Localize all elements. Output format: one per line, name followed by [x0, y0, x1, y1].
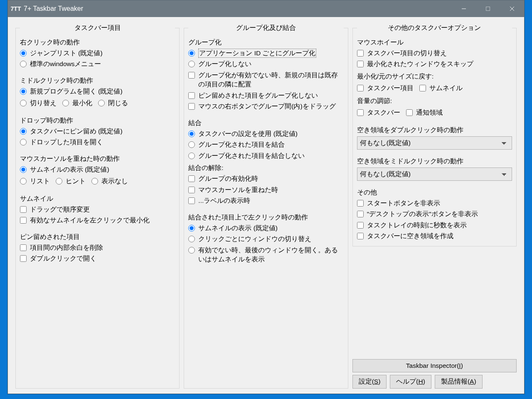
radio-hover-list[interactable]: リスト	[20, 177, 50, 186]
col2-heading: グループ化及び結合	[234, 24, 298, 31]
column-grouping: グループ化及び結合 グループ化 アプリケーション ID ごとにグループ化 グルー…	[184, 24, 348, 389]
maximize-icon	[485, 6, 490, 11]
radio-rightclick-winmenu[interactable]: 標準のwindowsメニュー	[20, 59, 175, 69]
radio-hover-hint[interactable]: ヒント	[56, 177, 86, 186]
chk-decombine-label[interactable]: ...ラベルの表示時	[188, 196, 343, 205]
svg-rect-1	[486, 7, 490, 11]
group-other-options: その他のタスクバーオプション マウスホイール タスクバー項目の切り替え 最小化さ…	[352, 24, 517, 246]
chk-pinned-dblclick[interactable]: ダブルクリックで開く	[20, 254, 175, 263]
radio-rightclick-jumplist[interactable]: ジャンプリスト (既定値)	[20, 49, 175, 58]
label-volume: 音量の調節:	[357, 97, 512, 106]
radio-lc-cycle[interactable]: クリックごとにウィンドウの切り替え	[188, 234, 343, 244]
app-icon: 7TT	[11, 4, 20, 13]
col1-heading: タスクバー項目	[72, 24, 123, 31]
chk-hide-showdesktop[interactable]: "デスクトップの表示"ボタンを非表示	[357, 209, 512, 219]
chk-group-pinned-nogroup[interactable]: ピン留めされた項目をグループ化しない	[188, 91, 343, 100]
radio-combine-never[interactable]: グループ化された項目を結合しない	[188, 151, 343, 160]
chk-min-thumbnail[interactable]: サムネイル	[419, 84, 463, 93]
chk-pinned-removegap[interactable]: 項目間の内部余白を削除	[20, 243, 175, 252]
window-title: 7+ Taskbar Tweaker	[24, 5, 83, 12]
label-pinned: ピン留めされた項目	[20, 233, 175, 241]
radio-group-by-appid[interactable]: アプリケーション ID ごとにグループ化	[188, 49, 343, 58]
radio-lc-thumb[interactable]: サムネイルの表示 (既定値)	[188, 224, 343, 233]
radio-hover-thumb[interactable]: サムネイルの表示 (既定値)	[20, 165, 175, 174]
content-area: タスクバー項目 右クリック時の動作 ジャンプリスト (既定値) 標準のwindo…	[8, 17, 524, 394]
label-decombine: 結合の解除:	[188, 164, 343, 172]
chk-min-taskbaritem[interactable]: タスクバー項目	[357, 84, 414, 93]
label-empty-midclick: 空き領域をミドルクリック時の動作	[357, 157, 512, 166]
chk-decombine-activate[interactable]: グループの有効化時	[188, 174, 343, 183]
group-grouping: グループ化及び結合 グループ化 アプリケーション ID ごとにグループ化 グルー…	[184, 24, 348, 389]
chk-hide-start[interactable]: スタートボタンを非表示	[357, 199, 512, 208]
minimize-icon	[461, 6, 466, 11]
radio-drop-pin[interactable]: タスクバーにピン留め (既定値)	[20, 127, 175, 136]
label-middle-click: ミドルクリック時の動作	[20, 76, 175, 85]
label-leftclick-combined: 結合された項目上で左クリック時の動作	[188, 213, 343, 222]
minimize-button[interactable]	[452, 0, 476, 17]
label-combine: 結合	[188, 119, 343, 128]
chk-group-place-adjacent[interactable]: グループ化が有効でない時、新規の項目は既存の項目の隣に配置	[188, 71, 343, 89]
chk-group-rightdrag[interactable]: マウスの右ボタンでグループ間(内)をドラッグ	[188, 102, 343, 111]
chk-thumb-leftclick-min[interactable]: 有効なサムネイルを左クリックで最小化	[20, 216, 175, 225]
label-other: その他	[357, 188, 512, 197]
maximize-button[interactable]	[476, 0, 500, 17]
radio-midclick-min[interactable]: 最小化	[62, 99, 92, 108]
chk-reserve-space[interactable]: タスクバーに空き領域を作成	[357, 232, 512, 241]
titlebar[interactable]: 7TT 7+ Taskbar Tweaker	[8, 0, 524, 17]
label-right-click: 右クリック時の動作	[20, 38, 175, 47]
chk-vol-taskbar[interactable]: タスクバー	[357, 108, 400, 117]
button-area: Taskbar Inspector(I) 設定(S) ヘルプ(H) 製品情報(A…	[352, 357, 517, 389]
radio-hover-none[interactable]: 表示なし	[91, 177, 128, 186]
col3-heading: その他のタスクバーオプション	[385, 24, 483, 31]
settings-button[interactable]: 設定(S)	[352, 375, 387, 389]
about-button[interactable]: 製品情報(A)	[435, 375, 483, 389]
label-grouping: グループ化	[188, 38, 343, 47]
label-min-restore: 最小化/元のサイズに戻す:	[357, 72, 512, 81]
close-button[interactable]	[500, 0, 524, 17]
radio-combine-grouped[interactable]: グループ化された項目を結合	[188, 140, 343, 149]
radio-midclick-close[interactable]: 閉じる	[98, 99, 128, 108]
chk-vol-tray[interactable]: 通知領域	[406, 108, 443, 117]
chk-wheel-cycle[interactable]: タスクバー項目の切り替え	[357, 49, 512, 58]
radio-lc-lastwindow[interactable]: 有効でない時、最後のウィンドウを開く。あるいはサムネイルを表示	[188, 246, 343, 264]
label-thumbnail: サムネイル	[20, 195, 175, 203]
group-taskbar-items: タスクバー項目 右クリック時の動作 ジャンプリスト (既定値) 標準のwindo…	[15, 24, 180, 389]
column-other-options: その他のタスクバーオプション マウスホイール タスクバー項目の切り替え 最小化さ…	[352, 24, 517, 389]
app-window: 7TT 7+ Taskbar Tweaker タスクバー項目 右クリック時の動作…	[7, 0, 525, 394]
label-wheel: マウスホイール	[357, 38, 512, 47]
chk-tray-seconds[interactable]: タスクトレイの時刻に秒数を表示	[357, 221, 512, 230]
label-empty-dblclick: 空き領域をダブルクリック時の動作	[357, 126, 512, 135]
taskbar-inspector-button[interactable]: Taskbar Inspector(I)	[352, 359, 517, 372]
radio-combine-default[interactable]: タスクバーの設定を使用 (既定値)	[188, 129, 343, 138]
chk-decombine-hover[interactable]: マウスカーソルを重ねた時	[188, 185, 343, 195]
column-taskbar-items: タスクバー項目 右クリック時の動作 ジャンプリスト (既定値) 標準のwindo…	[15, 24, 180, 389]
combo-empty-midclick[interactable]: 何もなし(既定値)	[357, 167, 512, 181]
label-drop: ドロップ時の動作	[20, 116, 175, 125]
radio-drop-open[interactable]: ドロップした項目を開く	[20, 138, 175, 147]
help-button[interactable]: ヘルプ(H)	[390, 375, 431, 389]
close-icon	[510, 6, 515, 11]
chk-wheel-skipmin[interactable]: 最小化されたウィンドウをスキップ	[357, 59, 512, 69]
chk-thumb-dragreorder[interactable]: ドラッグで順序変更	[20, 205, 175, 214]
label-hover: マウスカーソルを重ねた時の動作	[20, 155, 175, 163]
radio-midclick-new[interactable]: 新規プログラムを開く (既定値)	[20, 87, 175, 96]
radio-midclick-switch[interactable]: 切り替え	[20, 99, 57, 108]
combo-empty-dblclick[interactable]: 何もなし(既定値)	[357, 136, 512, 150]
radio-group-none[interactable]: グループ化しない	[188, 59, 343, 69]
